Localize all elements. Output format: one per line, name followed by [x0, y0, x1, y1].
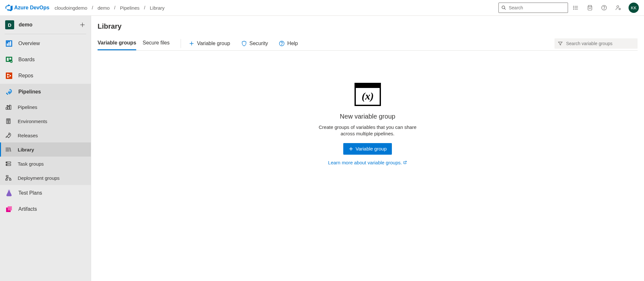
create-variable-group-button[interactable]: Variable group: [343, 143, 392, 155]
search-icon: [501, 5, 506, 10]
svg-point-53: [279, 41, 284, 46]
pipelines-icon: [5, 87, 14, 96]
breadcrumb-separator: /: [143, 5, 147, 10]
svg-line-1: [504, 8, 506, 10]
plus-icon: [348, 146, 354, 151]
help-button[interactable]: Help: [276, 36, 301, 50]
new-variable-group-button[interactable]: Variable group: [185, 36, 233, 50]
list-icon[interactable]: [569, 1, 582, 14]
global-search[interactable]: [498, 3, 568, 13]
subnav-label: Task groups: [18, 161, 44, 167]
svg-rect-56: [355, 83, 380, 88]
svg-rect-18: [10, 41, 11, 46]
shopping-bag-icon[interactable]: [583, 1, 596, 14]
link-label: Learn more about variable groups.: [328, 160, 402, 165]
project-badge[interactable]: D: [5, 20, 14, 29]
svg-rect-47: [9, 179, 11, 180]
empty-state-title: New variable group: [340, 113, 395, 120]
project-name[interactable]: demo: [19, 22, 33, 28]
nav-artifacts[interactable]: Artifacts: [0, 201, 91, 217]
svg-point-54: [282, 44, 282, 45]
svg-point-36: [9, 134, 10, 135]
svg-point-0: [502, 6, 505, 9]
nav-boards[interactable]: Boards: [0, 52, 91, 68]
plus-icon: [189, 41, 194, 46]
button-label: Variable group: [355, 146, 386, 151]
artifacts-icon: [5, 205, 14, 214]
subnav-label: Environments: [18, 119, 47, 124]
deployment-groups-icon: [5, 174, 12, 182]
learn-more-link[interactable]: Learn more about variable groups.: [328, 160, 407, 165]
breadcrumb-pipelines[interactable]: Pipelines: [118, 5, 141, 11]
svg-point-24: [7, 74, 8, 75]
svg-rect-43: [6, 162, 7, 163]
filter-input[interactable]: [566, 41, 634, 46]
svg-point-9: [602, 5, 607, 10]
subnav-pipelines[interactable]: Pipelines: [0, 100, 91, 114]
nav-repos[interactable]: Repos: [0, 68, 91, 84]
nav-overview[interactable]: Overview: [0, 35, 91, 52]
action-label: Security: [250, 41, 268, 46]
pipelines-sub-icon: [5, 103, 12, 111]
svg-point-11: [617, 5, 619, 7]
subnav-label: Releases: [18, 133, 38, 138]
boards-icon: [5, 55, 14, 64]
breadcrumb-separator: /: [90, 5, 94, 10]
nav-label: Boards: [18, 57, 35, 63]
external-link-icon: [403, 160, 407, 164]
task-groups-icon: [5, 160, 12, 168]
svg-rect-48: [8, 190, 10, 191]
svg-rect-44: [6, 165, 7, 165]
svg-rect-29: [8, 106, 9, 109]
tab-secure-files[interactable]: Secure files: [143, 36, 170, 50]
action-label: Variable group: [197, 41, 230, 46]
sidebar-divider: [5, 34, 86, 34]
new-item-button[interactable]: [79, 22, 86, 28]
nav-label: Test Plans: [18, 190, 42, 196]
sidebar: D demo Overview Boards Repos Pipelines P: [0, 16, 91, 281]
nav-label: Artifacts: [18, 206, 37, 212]
filter-variable-groups[interactable]: [554, 38, 638, 49]
brand-name[interactable]: Azure DevOps: [14, 5, 49, 11]
help-icon[interactable]: [598, 1, 611, 14]
subnav-library[interactable]: Library: [0, 142, 91, 157]
security-button[interactable]: Security: [238, 36, 271, 50]
breadcrumb-project[interactable]: demo: [96, 5, 112, 11]
library-icon: [5, 146, 12, 153]
avatar[interactable]: KK: [629, 3, 639, 13]
subnav-label: Library: [18, 147, 34, 152]
nav-pipelines[interactable]: Pipelines: [0, 84, 91, 100]
releases-icon: [5, 131, 12, 139]
help-circle-icon: [279, 41, 285, 46]
subnav-environments[interactable]: Environments: [0, 114, 91, 128]
svg-rect-32: [7, 120, 10, 121]
svg-text:(x): (x): [362, 90, 374, 102]
test-plans-icon: [5, 189, 14, 198]
nav-label: Overview: [18, 41, 40, 46]
plus-icon: [79, 22, 86, 28]
action-label: Help: [287, 41, 298, 46]
svg-point-26: [10, 75, 11, 76]
svg-point-5: [573, 6, 574, 7]
svg-rect-50: [8, 206, 12, 210]
svg-point-6: [573, 7, 574, 8]
subnav-label: Deployment groups: [18, 175, 60, 181]
filter-icon: [558, 41, 563, 46]
svg-rect-45: [6, 176, 8, 177]
breadcrumb-separator: /: [113, 5, 117, 10]
svg-rect-16: [7, 44, 8, 46]
tab-divider: [181, 39, 181, 48]
subnav-task-groups[interactable]: Task groups: [0, 157, 91, 171]
svg-rect-28: [6, 108, 7, 110]
azure-devops-logo-icon[interactable]: [5, 4, 13, 12]
user-settings-icon[interactable]: [612, 1, 625, 14]
breadcrumb-library[interactable]: Library: [148, 5, 166, 11]
svg-rect-20: [7, 58, 9, 61]
subnav-releases[interactable]: Releases: [0, 128, 91, 142]
global-search-input[interactable]: [509, 5, 565, 10]
overview-icon: [5, 39, 14, 48]
subnav-deployment-groups[interactable]: Deployment groups: [0, 171, 91, 185]
nav-test-plans[interactable]: Test Plans: [0, 185, 91, 201]
breadcrumb-org[interactable]: cloudoingdemo: [52, 5, 89, 11]
tab-variable-groups[interactable]: Variable groups: [98, 36, 136, 50]
